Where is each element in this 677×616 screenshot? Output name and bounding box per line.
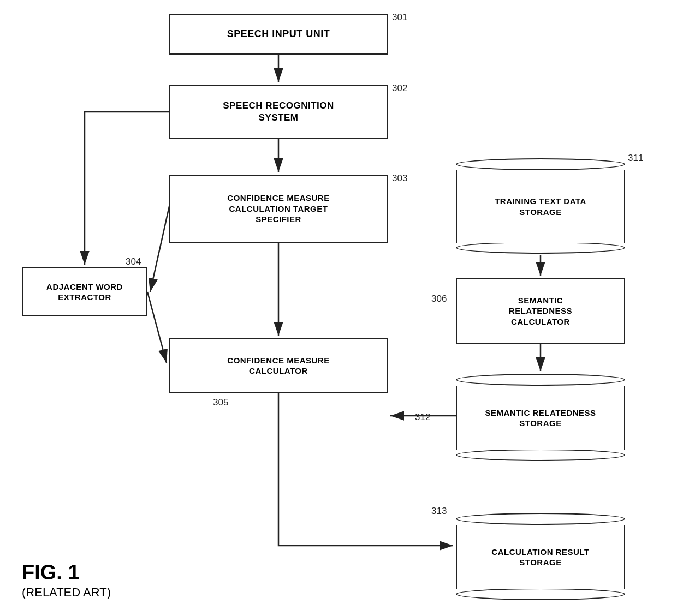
label-313: 313 (431, 506, 447, 517)
label-304: 304 (126, 256, 141, 267)
svg-line-3 (150, 206, 169, 292)
confidence-calculator-box: CONFIDENCE MEASURECALCULATOR (169, 338, 388, 393)
fig-main: FIG. 1 (22, 560, 111, 585)
label-303: 303 (392, 173, 407, 184)
confidence-specifier-box: CONFIDENCE MEASURECALCULATION TARGETSPEC… (169, 175, 388, 243)
training-text-cylinder: TRAINING TEXT DATASTORAGE (456, 158, 625, 254)
confidence-specifier-label: CONFIDENCE MEASURECALCULATION TARGETSPEC… (227, 193, 329, 225)
diagram: SPEECH INPUT UNIT 301 SPEECH RECOGNITION… (0, 0, 677, 616)
adjacent-word-box: ADJACENT WORDEXTRACTOR (22, 267, 147, 316)
cylinder-bottom-training (456, 242, 625, 254)
semantic-calculator-label: SEMANTICRELATEDNESSCALCULATOR (509, 295, 572, 327)
cylinder-top-semantic (456, 374, 625, 386)
speech-recognition-box: SPEECH RECOGNITIONSYSTEM (169, 85, 388, 139)
cylinder-top-training (456, 158, 625, 170)
cylinder-bottom-semantic (456, 449, 625, 461)
label-306: 306 (431, 294, 447, 304)
speech-recognition-label: SPEECH RECOGNITIONSYSTEM (223, 100, 334, 124)
label-301: 301 (392, 12, 407, 23)
semantic-calculator-box: SEMANTICRELATEDNESSCALCULATOR (456, 278, 625, 344)
speech-input-label: SPEECH INPUT UNIT (227, 28, 330, 40)
figure-label: FIG. 1 (RELATED ART) (22, 560, 111, 600)
adjacent-word-label: ADJACENT WORDEXTRACTOR (46, 282, 123, 303)
semantic-storage-cylinder: SEMANTIC RELATEDNESSSTORAGE (456, 374, 625, 461)
speech-input-unit-box: SPEECH INPUT UNIT (169, 14, 388, 55)
label-311: 311 (628, 153, 643, 164)
cylinder-bottom-calc (456, 588, 625, 600)
training-text-label: TRAINING TEXT DATASTORAGE (456, 170, 625, 243)
svg-line-5 (147, 292, 167, 363)
calculation-result-cylinder: CALCULATION RESULTSTORAGE (456, 513, 625, 600)
label-305: 305 (213, 397, 228, 408)
label-302: 302 (392, 83, 407, 94)
cylinder-top-calc (456, 513, 625, 525)
semantic-storage-label: SEMANTIC RELATEDNESSSTORAGE (456, 386, 625, 450)
label-312: 312 (415, 412, 430, 423)
confidence-calculator-label: CONFIDENCE MEASURECALCULATOR (227, 355, 329, 376)
calculation-result-label: CALCULATION RESULTSTORAGE (456, 525, 625, 589)
fig-sub: (RELATED ART) (22, 585, 111, 600)
